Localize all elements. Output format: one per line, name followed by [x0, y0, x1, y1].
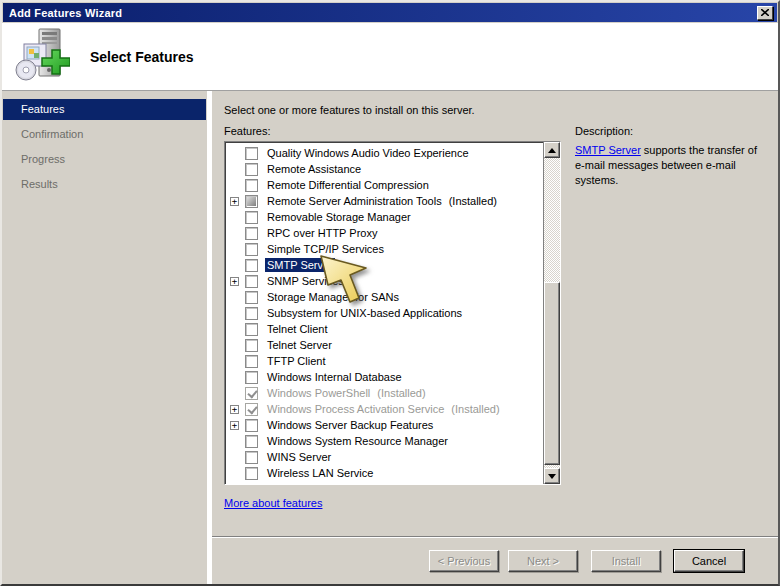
scroll-down-button[interactable]: [544, 468, 560, 484]
feature-row[interactable]: Telnet Server: [225, 337, 543, 353]
feature-row[interactable]: Wireless LAN Service: [225, 465, 543, 481]
feature-row[interactable]: Remote Differential Compression: [225, 177, 543, 193]
scroll-up-button[interactable]: [544, 142, 560, 158]
arrow-down-icon: [548, 474, 556, 479]
feature-label[interactable]: Remote Differential Compression: [265, 178, 431, 192]
cancel-button[interactable]: Cancel: [674, 550, 744, 572]
feature-checkbox[interactable]: [245, 435, 258, 448]
expand-plus-icon[interactable]: +: [230, 197, 239, 206]
expand-plus-icon[interactable]: +: [230, 405, 239, 414]
feature-row[interactable]: TFTP Client: [225, 353, 543, 369]
scrollbar-track[interactable]: [544, 158, 560, 468]
arrow-up-icon: [548, 148, 556, 153]
feature-checkbox[interactable]: [245, 387, 258, 400]
feature-checkbox[interactable]: [245, 179, 258, 192]
feature-checkbox[interactable]: [245, 211, 258, 224]
feature-checkbox[interactable]: [245, 147, 258, 160]
feature-label[interactable]: WINS Server: [265, 450, 333, 464]
feature-row[interactable]: +Remote Server Administration Tools(Inst…: [225, 193, 543, 209]
feature-row[interactable]: Subsystem for UNIX-based Applications: [225, 305, 543, 321]
title-bar[interactable]: Add Features Wizard: [3, 3, 777, 22]
sidebar-item-features[interactable]: Features: [3, 99, 206, 120]
feature-checkbox[interactable]: [245, 259, 258, 272]
feature-row[interactable]: Simple TCP/IP Services: [225, 241, 543, 257]
feature-label[interactable]: Windows PowerShell: [265, 386, 372, 400]
feature-row[interactable]: Windows Internal Database: [225, 369, 543, 385]
feature-label[interactable]: RPC over HTTP Proxy: [265, 226, 379, 240]
expander-slot: +: [230, 421, 245, 430]
feature-label[interactable]: TFTP Client: [265, 354, 327, 368]
feature-checkbox[interactable]: [245, 403, 258, 416]
feature-row[interactable]: +Windows Process Activation Service(Inst…: [225, 401, 543, 417]
feature-row[interactable]: Windows PowerShell(Installed): [225, 385, 543, 401]
feature-label[interactable]: Windows Internal Database: [265, 370, 404, 384]
vertical-scrollbar[interactable]: [543, 142, 560, 484]
feature-checkbox[interactable]: [245, 339, 258, 352]
feature-checkbox[interactable]: [245, 451, 258, 464]
feature-label[interactable]: Windows Process Activation Service: [265, 402, 446, 416]
scrollbar-thumb[interactable]: [544, 282, 560, 465]
expand-plus-icon[interactable]: +: [230, 421, 239, 430]
feature-checkbox[interactable]: [245, 371, 258, 384]
feature-label[interactable]: Removable Storage Manager: [265, 210, 413, 224]
feature-row[interactable]: Windows System Resource Manager: [225, 433, 543, 449]
feature-label[interactable]: Remote Assistance: [265, 162, 363, 176]
feature-row[interactable]: Telnet Client: [225, 321, 543, 337]
feature-label[interactable]: Telnet Server: [265, 338, 334, 352]
expander-slot: +: [230, 197, 245, 206]
feature-label[interactable]: Storage Manager for SANs: [265, 290, 401, 304]
feature-checkbox[interactable]: [245, 291, 258, 304]
next-button[interactable]: Next >: [508, 550, 578, 572]
feature-checkbox[interactable]: [245, 227, 258, 240]
feature-label[interactable]: Subsystem for UNIX-based Applications: [265, 306, 464, 320]
feature-row[interactable]: WINS Server: [225, 449, 543, 465]
feature-row[interactable]: SMTP Server: [225, 257, 543, 273]
features-listbox[interactable]: Quality Windows Audio Video ExperienceRe…: [224, 141, 561, 485]
feature-label[interactable]: Remote Server Administration Tools: [265, 194, 444, 208]
feature-checkbox[interactable]: [245, 243, 258, 256]
feature-label[interactable]: Simple TCP/IP Services: [265, 242, 386, 256]
feature-label[interactable]: Quality Windows Audio Video Experience: [265, 146, 471, 160]
install-button[interactable]: Install: [591, 550, 661, 572]
feature-label[interactable]: SNMP Services: [265, 274, 346, 288]
description-body: SMTP Server supports the transfer of e-m…: [575, 143, 766, 188]
feature-checkbox[interactable]: [245, 323, 258, 336]
button-row: < PreviousNext >InstallCancel: [212, 538, 778, 584]
feature-label[interactable]: Windows System Resource Manager: [265, 434, 450, 448]
expander-slot: +: [230, 277, 245, 286]
features-list-label: Features:: [224, 125, 561, 137]
feature-checkbox[interactable]: [245, 163, 258, 176]
previous-button[interactable]: < Previous: [429, 550, 499, 572]
main-content: Select one or more features to install o…: [212, 91, 778, 584]
description-heading: Description:: [575, 125, 766, 137]
smtp-server-link[interactable]: SMTP Server: [575, 144, 641, 156]
sidebar-item-progress[interactable]: Progress: [3, 149, 206, 170]
expander-slot: +: [230, 405, 245, 414]
feature-checkbox[interactable]: [245, 275, 258, 288]
close-icon: [761, 9, 769, 16]
feature-row[interactable]: Removable Storage Manager: [225, 209, 543, 225]
sidebar-item-confirmation[interactable]: Confirmation: [3, 124, 206, 145]
feature-label[interactable]: SMTP Server: [265, 258, 335, 272]
description-panel: Description: SMTP Server supports the tr…: [561, 125, 778, 188]
feature-row[interactable]: Storage Manager for SANs: [225, 289, 543, 305]
feature-checkbox[interactable]: [245, 355, 258, 368]
sidebar-item-results[interactable]: Results: [3, 174, 206, 195]
feature-row[interactable]: +SNMP Services: [225, 273, 543, 289]
feature-checkbox[interactable]: [245, 419, 258, 432]
feature-row[interactable]: RPC over HTTP Proxy: [225, 225, 543, 241]
installed-badge: (Installed): [451, 402, 499, 416]
feature-label[interactable]: Wireless LAN Service: [265, 466, 375, 480]
feature-label[interactable]: Windows Server Backup Features: [265, 418, 435, 432]
feature-row[interactable]: Quality Windows Audio Video Experience: [225, 145, 543, 161]
feature-checkbox[interactable]: [245, 195, 258, 208]
feature-checkbox[interactable]: [245, 467, 258, 480]
feature-row[interactable]: +Windows Server Backup Features: [225, 417, 543, 433]
close-button[interactable]: [757, 6, 773, 20]
feature-checkbox[interactable]: [245, 307, 258, 320]
feature-label[interactable]: Telnet Client: [265, 322, 330, 336]
wizard-steps-sidebar: FeaturesConfirmationProgressResults: [2, 91, 207, 584]
more-about-features-link[interactable]: More about features: [224, 497, 322, 509]
feature-row[interactable]: Remote Assistance: [225, 161, 543, 177]
expand-plus-icon[interactable]: +: [230, 277, 239, 286]
